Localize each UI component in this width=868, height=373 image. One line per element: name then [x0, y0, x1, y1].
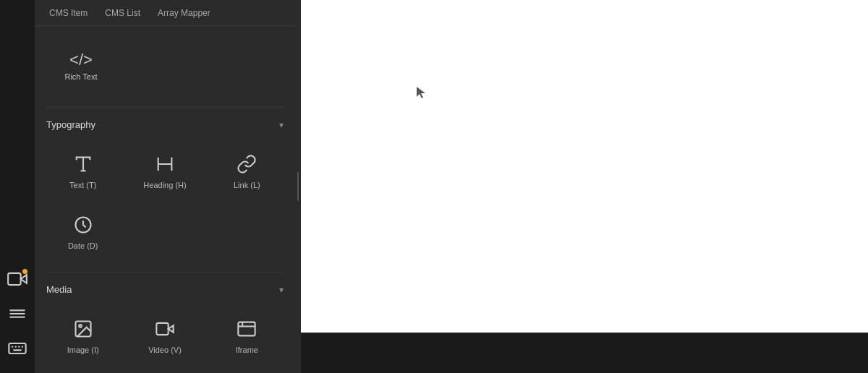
- svg-rect-15: [156, 323, 168, 335]
- panel-content: </> Rich Text Typography ▾ Text (T): [35, 26, 295, 373]
- text-icon: [73, 154, 93, 174]
- layers-icon[interactable]: [4, 301, 30, 327]
- typography-grid: Text (T) Heading (H) Li: [35, 136, 295, 269]
- iframe-icon: [237, 319, 257, 339]
- divider-1: [46, 107, 284, 108]
- canvas-area[interactable]: [301, 0, 868, 373]
- media-chevron-icon: ▾: [279, 285, 284, 295]
- media-grid: Image (I) Video (V): [35, 301, 295, 373]
- text-label: Text (T): [69, 180, 96, 190]
- rich-text-label: Rich Text: [64, 72, 97, 81]
- rich-text-item[interactable]: </> Rich Text: [46, 32, 116, 101]
- svg-rect-17: [239, 322, 255, 336]
- heading-item[interactable]: Heading (H): [125, 142, 204, 200]
- svg-marker-16: [169, 325, 174, 332]
- typography-section-header[interactable]: Typography ▾: [35, 111, 295, 136]
- icon-bar: [0, 0, 35, 373]
- image-label: Image (I): [67, 345, 99, 355]
- video-label: Video (V): [148, 345, 182, 355]
- typography-title: Typography: [46, 119, 95, 130]
- link-icon: [237, 154, 257, 174]
- image-icon: [73, 319, 93, 339]
- media-section-header[interactable]: Media ▾: [35, 275, 295, 301]
- typography-chevron-icon: ▾: [279, 120, 284, 130]
- iframe-label: Iframe: [236, 345, 258, 355]
- iframe-item[interactable]: Iframe: [208, 306, 286, 364]
- link-label: Link (L): [234, 180, 260, 190]
- text-item[interactable]: Text (T): [43, 142, 122, 200]
- divider-line: [297, 172, 299, 201]
- date-label: Date (D): [68, 241, 98, 251]
- video-item[interactable]: Video (V): [125, 306, 204, 364]
- camera-icon[interactable]: [4, 266, 30, 292]
- link-item[interactable]: Link (L): [208, 142, 286, 200]
- heading-label: Heading (H): [143, 180, 186, 190]
- svg-point-14: [79, 325, 82, 327]
- rich-text-icon: </>: [69, 52, 93, 68]
- tab-bar: CMS Item CMS List Array Mapper: [35, 0, 295, 26]
- tab-cms-item[interactable]: CMS Item: [41, 0, 96, 25]
- divider-2: [46, 272, 284, 273]
- image-item[interactable]: Image (I): [43, 306, 122, 364]
- media-title: Media: [46, 284, 72, 295]
- keyboard-icon[interactable]: [4, 335, 30, 361]
- svg-rect-0: [8, 273, 21, 285]
- heading-icon: [155, 154, 175, 174]
- cursor-indicator: [417, 87, 425, 98]
- clock-icon: [73, 215, 93, 235]
- tab-array-mapper[interactable]: Array Mapper: [149, 0, 219, 25]
- video-icon: [155, 319, 175, 339]
- timeline-bar: [301, 333, 868, 373]
- left-panel: CMS Item CMS List Array Mapper </> Rich …: [35, 0, 295, 373]
- tab-cms-list[interactable]: CMS List: [96, 0, 149, 25]
- svg-rect-4: [9, 343, 25, 353]
- panel-resize-handle[interactable]: [295, 0, 301, 373]
- date-item[interactable]: Date (D): [43, 202, 122, 260]
